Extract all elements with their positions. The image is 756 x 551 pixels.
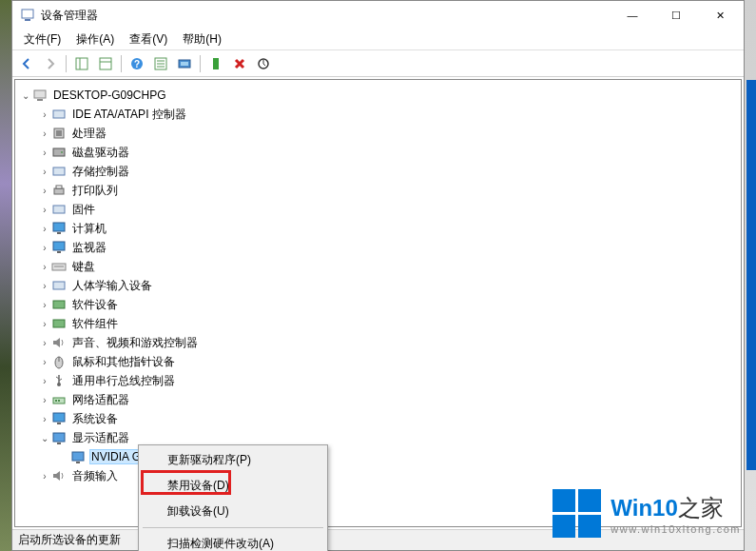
- svg-rect-43: [53, 413, 65, 422]
- expander-icon[interactable]: ›: [38, 243, 51, 253]
- category-icon: [51, 316, 67, 331]
- disable-button[interactable]: [229, 53, 250, 74]
- tree-category[interactable]: › 音频输入: [19, 466, 741, 485]
- tree-item-label: IDE ATA/ATAPI 控制器: [70, 106, 188, 124]
- tree-category[interactable]: › 固件: [19, 200, 741, 219]
- tree-category[interactable]: › 鼠标和其他指针设备: [19, 352, 741, 371]
- svg-rect-42: [58, 400, 60, 402]
- tree-item-label: 磁盘驱动器: [70, 144, 131, 162]
- svg-text:?: ?: [134, 59, 140, 69]
- device-tree[interactable]: ⌄ DESKTOP-G09CHPG › IDE ATA/ATAPI 控制器 › …: [14, 79, 742, 527]
- ctx-uninstall-device[interactable]: 卸载设备(U): [141, 499, 325, 524]
- expander-icon[interactable]: ›: [38, 205, 51, 215]
- tree-category[interactable]: › 键盘: [19, 257, 741, 276]
- tree-category[interactable]: › 软件设备: [19, 295, 741, 314]
- category-icon: [51, 278, 67, 293]
- tree-category[interactable]: › 系统设备: [19, 409, 741, 428]
- svg-rect-34: [53, 301, 65, 308]
- expander-icon[interactable]: ›: [38, 300, 51, 310]
- ctx-disable-device[interactable]: 禁用设备(D): [141, 473, 325, 499]
- svg-rect-25: [56, 186, 62, 188]
- tree-category[interactable]: › 打印队列: [19, 181, 741, 200]
- svg-rect-30: [57, 251, 61, 253]
- svg-rect-47: [72, 452, 84, 461]
- ctx-scan-hardware[interactable]: 扫描检测硬件改动(A): [141, 531, 325, 551]
- expander-icon[interactable]: ›: [38, 319, 51, 329]
- back-button[interactable]: [16, 53, 37, 74]
- background-accent: [746, 80, 756, 470]
- tree-category[interactable]: › 人体学输入设备: [19, 276, 741, 295]
- watermark-brand: Win10之家: [611, 493, 741, 523]
- enable-button[interactable]: [205, 53, 226, 74]
- expander-icon[interactable]: ›: [38, 224, 51, 234]
- tree-category[interactable]: › 处理器: [19, 124, 741, 143]
- tree-category[interactable]: › 计算机: [19, 219, 741, 238]
- expander-icon[interactable]: ›: [38, 471, 51, 482]
- menu-action[interactable]: 操作(A): [68, 30, 122, 49]
- minimize-button[interactable]: —: [611, 1, 654, 30]
- tree-category[interactable]: › 通用串行总线控制器: [19, 371, 741, 390]
- expander-icon[interactable]: ›: [38, 395, 51, 405]
- close-button[interactable]: ✕: [698, 1, 742, 30]
- show-hide-tree-button[interactable]: [71, 53, 92, 74]
- expander-icon[interactable]: ›: [38, 281, 51, 291]
- category-icon: [51, 373, 67, 388]
- svg-rect-20: [56, 130, 62, 136]
- ctx-update-driver[interactable]: 更新驱动程序(P): [141, 447, 325, 473]
- gpu-icon: [70, 449, 86, 464]
- category-icon: [51, 259, 67, 274]
- update-driver-button[interactable]: [253, 53, 274, 74]
- menu-help[interactable]: 帮助(H): [175, 30, 229, 49]
- category-icon: [51, 107, 67, 122]
- tree-category[interactable]: ⌄ 显示适配器: [19, 428, 741, 447]
- detail-button[interactable]: [150, 53, 171, 74]
- tree-item-label: 人体学输入设备: [70, 277, 154, 295]
- tree-category[interactable]: › IDE ATA/ATAPI 控制器: [19, 105, 741, 124]
- expander-icon[interactable]: ⌄: [19, 90, 32, 101]
- svg-rect-27: [53, 223, 65, 231]
- menu-file[interactable]: 文件(F): [16, 30, 68, 49]
- help-button[interactable]: ?: [126, 53, 147, 74]
- tree-category[interactable]: › 软件组件: [19, 314, 741, 333]
- expander-icon[interactable]: ›: [38, 338, 51, 348]
- expander-icon[interactable]: ⌄: [38, 433, 51, 443]
- tree-category[interactable]: › 磁盘驱动器: [19, 143, 741, 162]
- expander-icon[interactable]: ›: [38, 186, 51, 196]
- tree-item-label: 存储控制器: [70, 163, 131, 181]
- tree-category[interactable]: › 声音、视频和游戏控制器: [19, 333, 741, 352]
- tree-root[interactable]: ⌄ DESKTOP-G09CHPG: [19, 86, 741, 105]
- device-manager-window: 设备管理器 — ☐ ✕ 文件(F) 操作(A) 查看(V) 帮助(H) ? ⌄ …: [11, 0, 745, 551]
- expander-icon[interactable]: ›: [38, 357, 51, 367]
- expander-icon[interactable]: ›: [38, 414, 51, 424]
- svg-rect-0: [22, 10, 33, 18]
- tree-category[interactable]: › 监视器: [19, 238, 741, 257]
- tree-item-label: 键盘: [70, 258, 97, 276]
- menu-view[interactable]: 查看(V): [122, 30, 175, 49]
- windows-logo-icon: [552, 489, 601, 538]
- svg-rect-23: [53, 167, 65, 175]
- expander-icon[interactable]: ›: [38, 167, 51, 177]
- expander-icon[interactable]: ›: [38, 148, 51, 158]
- tree-category[interactable]: › 网络适配器: [19, 390, 741, 409]
- tree-item-label: 声音、视频和游戏控制器: [70, 334, 200, 352]
- category-icon: [51, 468, 67, 483]
- scan-hardware-button[interactable]: [174, 53, 195, 74]
- category-icon: [51, 354, 67, 369]
- expander-icon[interactable]: ›: [38, 262, 51, 272]
- maximize-button[interactable]: ☐: [654, 1, 698, 30]
- tree-item-label: 网络适配器: [70, 391, 131, 409]
- forward-button[interactable]: [40, 53, 61, 74]
- tree-item-label: 处理器: [70, 125, 108, 143]
- expander-icon[interactable]: ›: [38, 376, 51, 386]
- tree-device-selected[interactable]: NVIDIA GeForce GTX 1650: [19, 447, 741, 466]
- svg-rect-2: [76, 58, 87, 69]
- svg-rect-33: [53, 282, 65, 289]
- category-icon: [51, 183, 67, 198]
- expander-icon[interactable]: ›: [38, 128, 51, 139]
- svg-rect-26: [53, 206, 65, 213]
- tree-item-label: 显示适配器: [70, 429, 131, 447]
- expander-icon[interactable]: ›: [38, 109, 51, 120]
- svg-rect-41: [55, 400, 57, 402]
- properties-button[interactable]: [95, 53, 116, 74]
- tree-category[interactable]: › 存储控制器: [19, 162, 741, 181]
